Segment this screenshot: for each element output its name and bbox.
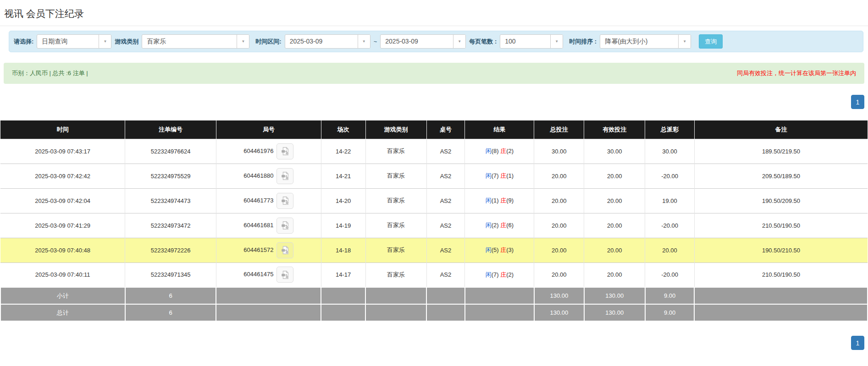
result-banker: 庄: [500, 271, 506, 278]
cell-bet-number: 522324972226: [125, 238, 216, 262]
cell-remark: 210.50/190.50: [694, 213, 868, 238]
video-file-icon: [280, 245, 290, 255]
date-to-select[interactable]: 2025-03-09 ▼: [380, 34, 466, 49]
cell-game-type: 百家乐: [365, 262, 426, 287]
search-button[interactable]: 查询: [699, 34, 723, 49]
cell-round-number: 604461773: [216, 188, 321, 213]
cell-session: 14-20: [321, 188, 365, 213]
chevron-down-icon: ▼: [453, 35, 465, 48]
video-file-icon: [280, 196, 290, 206]
result-player-count: (8): [492, 147, 499, 154]
cell-total-bet[interactable]: 20.00: [534, 164, 584, 188]
date-from-select[interactable]: 2025-03-09 ▼: [285, 34, 370, 49]
subtotal-payout: 9.00: [645, 287, 695, 304]
cell-round-number: 604461976: [216, 139, 321, 164]
cell-round-number: 604461681: [216, 213, 321, 238]
query-type-label: 请选择:: [14, 38, 33, 46]
cell-total-bet[interactable]: 20.00: [534, 188, 584, 213]
result-player: 闲: [486, 271, 492, 278]
cell-round-number: 604461572: [216, 238, 321, 262]
bet-records-table: 时间注单编号局号场次游戏类别桌号结果总投注有效投注总派彩备注 2025-03-0…: [0, 120, 868, 322]
video-replay-button[interactable]: [276, 218, 293, 234]
cell-table-number: AS2: [426, 238, 465, 262]
cell-table-number: AS2: [426, 188, 465, 213]
cell-bet-number: 522324971345: [125, 262, 216, 287]
cell-result: 闲(8) 庄(2): [465, 139, 534, 164]
column-header: 总派彩: [645, 120, 695, 139]
grand-total-valid-bet: 130.00: [584, 304, 645, 321]
chevron-down-icon: ▼: [358, 35, 370, 48]
result-banker-count: (9): [506, 197, 514, 204]
cell-session: 14-22: [321, 139, 365, 164]
chevron-down-icon: ▼: [237, 35, 249, 48]
cell-total-bet[interactable]: 20.00: [534, 213, 584, 238]
page-size-select[interactable]: 100 ▼: [500, 34, 563, 49]
result-player-count: (7): [492, 172, 499, 179]
result-player: 闲: [486, 222, 492, 229]
table-row: 2025-03-09 07:42:42 522324975529 6044618…: [0, 164, 868, 188]
video-replay-button[interactable]: [276, 168, 293, 184]
subtotal-count: 6: [125, 287, 216, 304]
cell-time: 2025-03-09 07:42:04: [0, 188, 125, 213]
page-size-label: 每页笔数 :: [469, 38, 497, 46]
cell-remark: 209.50/189.50: [694, 164, 868, 188]
cell-total-bet[interactable]: 30.00: [534, 139, 584, 164]
page-size-value: 100: [500, 35, 550, 48]
summary-bar: 币别：人民币 | 总共 :6 注单 | 同局有效投注，统一计算在该局第一张注单内: [4, 63, 864, 84]
cell-session: 14-21: [321, 164, 365, 188]
result-banker-count: (1): [506, 172, 514, 179]
table-row: 2025-03-09 07:40:48 522324972226 6044615…: [0, 238, 868, 262]
time-sort-select[interactable]: 降幂(由大到小) ▼: [600, 34, 691, 49]
cell-game-type: 百家乐: [365, 139, 426, 164]
cell-table-number: AS2: [426, 262, 465, 287]
column-header: 时间: [0, 120, 125, 139]
cell-result: 闲(5) 庄(3): [465, 238, 534, 262]
pagination-page-1[interactable]: 1: [851, 336, 864, 350]
video-replay-button[interactable]: [276, 242, 293, 258]
time-sort-label: 时间排序 :: [569, 38, 597, 46]
grand-total-payout: 9.00: [645, 304, 695, 321]
table-row: 2025-03-09 07:43:17 522324976624 6044619…: [0, 139, 868, 164]
cell-game-type: 百家乐: [365, 188, 426, 213]
result-banker: 庄: [500, 147, 506, 154]
result-player: 闲: [486, 246, 492, 253]
video-file-icon: [280, 146, 290, 156]
cell-total-bet[interactable]: 20.00: [534, 262, 584, 287]
cell-valid-bet: 30.00: [584, 139, 645, 164]
page-title: 视讯 会员下注纪录: [0, 0, 868, 26]
grand-total-label: 总计: [0, 304, 125, 321]
result-banker: 庄: [500, 197, 506, 204]
cell-payout: 19.00: [645, 188, 695, 213]
video-replay-button[interactable]: [276, 193, 293, 209]
result-banker-count: (2): [506, 147, 514, 154]
query-type-select[interactable]: 日期查询 ▼: [37, 34, 111, 49]
cell-valid-bet: 20.00: [584, 262, 645, 287]
cell-payout: -20.00: [645, 164, 695, 188]
game-type-select[interactable]: 百家乐 ▼: [142, 34, 249, 49]
cell-payout: -20.00: [645, 213, 695, 238]
column-header: 总投注: [534, 120, 584, 139]
cell-valid-bet: 20.00: [584, 164, 645, 188]
date-from-value: 2025-03-09: [285, 35, 358, 48]
column-header: 局号: [216, 120, 321, 139]
pagination-top: 1: [0, 95, 864, 109]
result-player-count: (2): [492, 222, 499, 229]
cell-total-bet[interactable]: 20.00: [534, 238, 584, 262]
result-banker: 庄: [500, 222, 506, 229]
page: 视讯 会员下注纪录 请选择: 日期查询 ▼ 游戏类别 百家乐 ▼ 时间区间: 2…: [0, 0, 868, 366]
cell-round-number: 604461475: [216, 262, 321, 287]
cell-bet-number: 522324976624: [125, 139, 216, 164]
round-number: 604461773: [243, 197, 273, 203]
date-range-separator: ~: [374, 38, 377, 45]
result-banker-count: (2): [506, 271, 514, 278]
subtotal-total-bet: 130.00: [534, 287, 584, 304]
cell-time: 2025-03-09 07:40:11: [0, 262, 125, 287]
pagination-page-1[interactable]: 1: [851, 95, 864, 109]
query-type-value: 日期查询: [37, 35, 99, 48]
video-replay-button[interactable]: [276, 143, 293, 159]
cell-table-number: AS2: [426, 213, 465, 238]
chevron-down-icon: ▼: [678, 35, 691, 48]
cell-remark: 190.50/209.50: [694, 188, 868, 213]
result-player: 闲: [486, 147, 492, 154]
video-replay-button[interactable]: [276, 267, 293, 283]
